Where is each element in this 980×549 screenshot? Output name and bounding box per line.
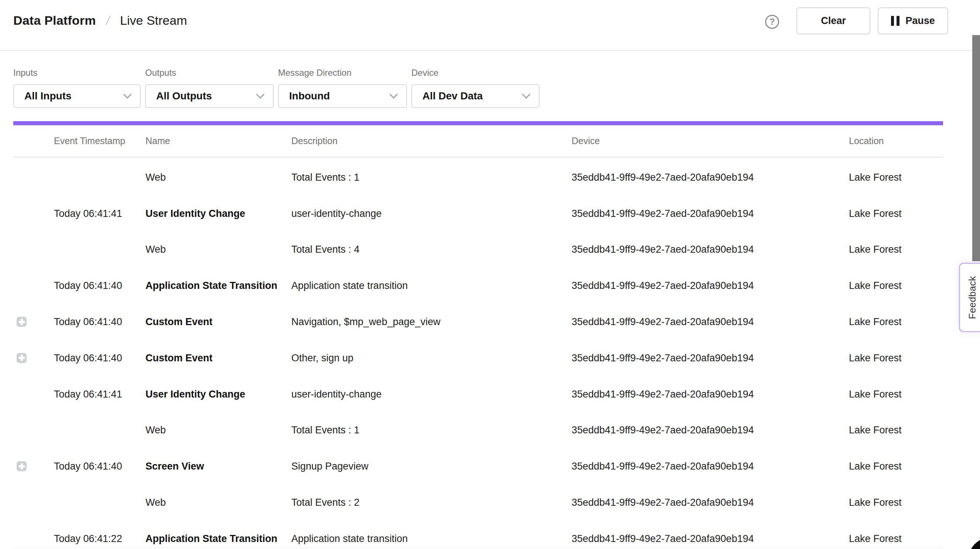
- chevron-down-icon: [522, 90, 531, 99]
- page-title: Live Stream: [120, 13, 187, 28]
- table-row[interactable]: Today 06:41:40 Custom Event Navigation, …: [0, 304, 980, 340]
- expand-plus-icon[interactable]: [17, 461, 27, 471]
- column-header-name: Name: [145, 135, 170, 146]
- outputs-dropdown[interactable]: All Outputs: [145, 84, 274, 108]
- table-row[interactable]: Web Total Events : 1 35eddb41-9ff9-49e2-…: [0, 159, 980, 195]
- pause-button-label: Pause: [905, 15, 935, 27]
- device-filter-label: Device: [411, 68, 539, 78]
- event-location: Lake Forest: [849, 388, 902, 400]
- filter-device: Device All Dev Data: [411, 68, 539, 108]
- table-row[interactable]: Today 06:41:22 Application State Transit…: [0, 520, 980, 549]
- table-row[interactable]: Today 06:41:41 User Identity Change user…: [0, 195, 980, 231]
- live-stream-page: Data Platform / Live Stream ? Clear Paus…: [0, 0, 980, 549]
- chevron-down-icon: [123, 90, 132, 99]
- event-description: Other, sign up: [291, 352, 353, 364]
- event-device-id: 35eddb41-9ff9-49e2-7aed-20afa90eb194: [572, 207, 754, 219]
- inputs-dropdown-value: All Inputs: [24, 90, 72, 102]
- event-timestamp: Today 06:41:40: [54, 461, 122, 472]
- table-header: Event Timestamp Name Description Device …: [0, 124, 980, 156]
- event-location: Lake Forest: [849, 497, 902, 508]
- inputs-filter-label: Inputs: [13, 68, 141, 78]
- event-timestamp: Today 06:41:40: [54, 280, 122, 292]
- table-row[interactable]: Web Total Events : 1 35eddb41-9ff9-49e2-…: [0, 412, 980, 448]
- event-location: Lake Forest: [849, 533, 902, 544]
- event-description: Signup Pageview: [291, 461, 369, 472]
- event-device-id: 35eddb41-9ff9-49e2-7aed-20afa90eb194: [572, 171, 754, 183]
- filter-outputs: Outputs All Outputs: [145, 68, 274, 108]
- event-name: Screen View: [145, 461, 204, 472]
- table-row[interactable]: Web Total Events : 2 35eddb41-9ff9-49e2-…: [0, 484, 980, 520]
- column-header-location: Location: [849, 135, 884, 146]
- event-timestamp: Today 06:41:40: [54, 316, 122, 328]
- table-row[interactable]: Today 06:41:40 Application State Transit…: [0, 268, 980, 304]
- event-timestamp: Today 06:41:41: [54, 388, 122, 400]
- outputs-dropdown-value: All Outputs: [156, 90, 212, 102]
- column-header-device: Device: [572, 135, 600, 146]
- event-location: Lake Forest: [849, 425, 902, 436]
- breadcrumb: Data Platform / Live Stream: [13, 13, 187, 28]
- filter-message-direction: Message Direction Inbound: [278, 68, 407, 108]
- event-device-id: 35eddb41-9ff9-49e2-7aed-20afa90eb194: [572, 316, 754, 328]
- event-name: Web: [145, 171, 166, 183]
- device-dropdown[interactable]: All Dev Data: [411, 84, 539, 108]
- event-location: Lake Forest: [849, 244, 902, 255]
- event-description: Navigation, $mp_web_page_view: [291, 316, 441, 328]
- event-device-id: 35eddb41-9ff9-49e2-7aed-20afa90eb194: [572, 425, 754, 436]
- outputs-filter-label: Outputs: [145, 68, 274, 78]
- chevron-down-icon: [390, 90, 398, 99]
- event-timestamp: Today 06:41:22: [54, 533, 122, 544]
- event-description: Total Events : 2: [291, 497, 360, 508]
- event-device-id: 35eddb41-9ff9-49e2-7aed-20afa90eb194: [572, 497, 754, 508]
- table-row[interactable]: Today 06:41:40 Custom Event Other, sign …: [0, 340, 980, 376]
- event-device-id: 35eddb41-9ff9-49e2-7aed-20afa90eb194: [572, 461, 754, 472]
- event-device-id: 35eddb41-9ff9-49e2-7aed-20afa90eb194: [572, 244, 754, 255]
- event-location: Lake Forest: [849, 316, 902, 328]
- event-location: Lake Forest: [849, 171, 902, 183]
- breadcrumb-separator: /: [105, 13, 111, 28]
- message-direction-dropdown[interactable]: Inbound: [278, 84, 407, 108]
- help-icon[interactable]: ?: [765, 15, 779, 29]
- vertical-scrollbar-thumb[interactable]: [972, 35, 980, 261]
- table-header-divider: [13, 156, 943, 157]
- event-description: Total Events : 1: [291, 425, 360, 436]
- event-name: User Identity Change: [145, 388, 245, 400]
- inputs-dropdown[interactable]: All Inputs: [13, 84, 141, 108]
- feedback-tab-label: Feedback: [967, 276, 978, 319]
- event-timestamp: Today 06:41:41: [54, 207, 122, 219]
- table-row[interactable]: Today 06:41:40 Screen View Signup Pagevi…: [0, 448, 980, 484]
- page-header: Data Platform / Live Stream ? Clear Paus…: [0, 0, 980, 51]
- event-description: user-identity-change: [291, 388, 382, 400]
- event-description: Application state transition: [291, 280, 408, 292]
- event-location: Lake Forest: [849, 207, 902, 219]
- event-name: Web: [145, 497, 166, 508]
- event-name: Web: [145, 425, 166, 436]
- event-name: Application State Transition: [145, 280, 277, 292]
- column-header-event-timestamp: Event Timestamp: [54, 135, 125, 146]
- feedback-tab[interactable]: Feedback: [959, 263, 980, 332]
- event-location: Lake Forest: [849, 352, 902, 364]
- row-divider: [13, 547, 943, 548]
- chevron-down-icon: [256, 90, 265, 99]
- clear-button[interactable]: Clear: [797, 7, 870, 34]
- event-device-id: 35eddb41-9ff9-49e2-7aed-20afa90eb194: [572, 388, 754, 400]
- event-device-id: 35eddb41-9ff9-49e2-7aed-20afa90eb194: [572, 533, 754, 544]
- pause-button[interactable]: Pause: [878, 7, 948, 34]
- message-direction-dropdown-value: Inbound: [289, 90, 330, 102]
- table-body: Web Total Events : 1 35eddb41-9ff9-49e2-…: [0, 159, 980, 549]
- expand-plus-icon[interactable]: [17, 353, 27, 363]
- event-name: Custom Event: [145, 316, 213, 328]
- event-device-id: 35eddb41-9ff9-49e2-7aed-20afa90eb194: [572, 352, 754, 364]
- breadcrumb-data-platform[interactable]: Data Platform: [13, 13, 96, 28]
- device-dropdown-value: All Dev Data: [422, 90, 483, 102]
- expand-plus-icon[interactable]: [17, 317, 27, 327]
- event-name: User Identity Change: [145, 207, 245, 219]
- event-name: Application State Transition: [145, 533, 277, 544]
- table-row[interactable]: Web Total Events : 4 35eddb41-9ff9-49e2-…: [0, 231, 980, 268]
- column-header-description: Description: [291, 135, 337, 146]
- table-row[interactable]: Today 06:41:41 User Identity Change user…: [0, 376, 980, 412]
- event-description: Total Events : 1: [291, 171, 360, 183]
- event-location: Lake Forest: [849, 280, 902, 292]
- event-timestamp: Today 06:41:40: [54, 352, 122, 364]
- event-description: Total Events : 4: [291, 244, 360, 255]
- event-device-id: 35eddb41-9ff9-49e2-7aed-20afa90eb194: [572, 280, 754, 292]
